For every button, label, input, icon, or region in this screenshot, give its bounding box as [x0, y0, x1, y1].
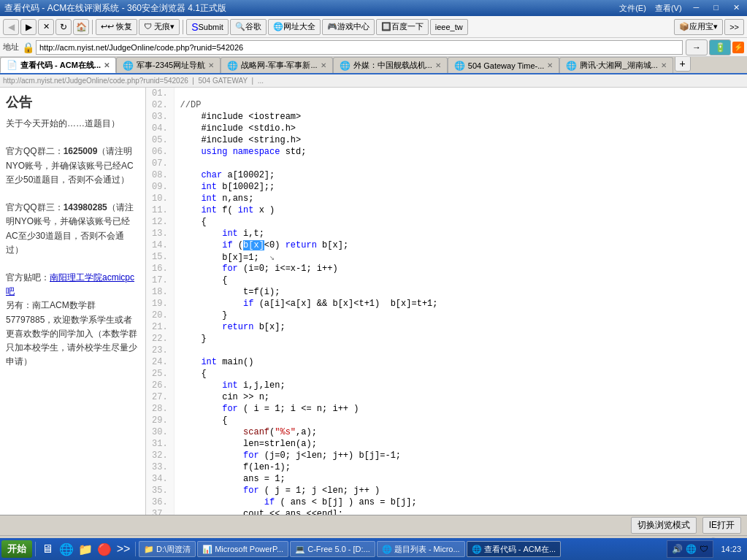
baidu-icon: 🔲	[381, 22, 391, 31]
net-icon: 🌐	[273, 22, 283, 31]
table-row: 29. {	[146, 415, 747, 426]
taskbar-icon-0[interactable]: 🖥	[39, 540, 56, 548]
home-button[interactable]: 🏠	[73, 19, 89, 35]
line-number: 35.	[146, 485, 174, 496]
toolbar-separator-2	[183, 20, 183, 34]
address-bar: 地址 🔒 → 🔋 ⚡	[0, 38, 747, 57]
line-number: 37.	[146, 508, 174, 515]
tray-icon-0: 🔊	[672, 544, 683, 548]
table-row: 21. return b[x];	[146, 321, 747, 333]
taskbar-btn-0[interactable]: 📁 D:\周渡清	[139, 541, 196, 548]
line-code: {	[174, 368, 747, 380]
line-number: 10.	[146, 193, 174, 204]
google-button[interactable]: 🔍 谷歌	[230, 19, 267, 35]
line-code: int i,t;	[174, 228, 747, 239]
forward-button[interactable]: ▶	[20, 19, 37, 35]
game-button[interactable]: 🎮 游戏中心	[322, 19, 375, 35]
baidu-button[interactable]: 🔲 百度一下	[376, 19, 429, 35]
line-number: 28.	[146, 403, 174, 415]
tab-2[interactable]: 🌐 战略网-军事-军事新... ✕	[221, 57, 333, 73]
speed-indicator: ⚡	[732, 42, 744, 53]
back-button[interactable]: ◀	[3, 19, 19, 35]
tab-5-label: 腾讯·大湘网_湖南城...	[580, 60, 657, 71]
line-number: 33.	[146, 461, 174, 473]
line-code: }	[174, 310, 747, 321]
line-code: char a[10002];	[174, 169, 747, 181]
tab-5-close[interactable]: ✕	[661, 61, 667, 69]
address-input[interactable]	[36, 40, 683, 55]
menu-file[interactable]: 文件(E)	[619, 3, 646, 14]
site-url-display: http://acm.nyist.net/JudgeOnline/code.ph…	[3, 77, 264, 85]
tab-3-close[interactable]: ✕	[435, 61, 441, 69]
apps-button[interactable]: 📦 应用宝▾	[674, 19, 723, 35]
tab-5[interactable]: 🌐 腾讯·大湘网_湖南城... ✕	[559, 57, 673, 73]
tab-4-icon: 🌐	[454, 61, 465, 71]
360-button[interactable]: 🔋	[709, 39, 731, 55]
tab-3[interactable]: 🌐 外媒：中国舰载战机... ✕	[333, 57, 448, 73]
table-row: 26. int i,j,len;	[146, 380, 747, 391]
game-label: 游戏中心	[337, 21, 369, 32]
taskbar-btn-4[interactable]: 🌐 查看代码 - ACM在...	[467, 541, 561, 548]
net-button[interactable]: 🌐 网址大全	[268, 19, 321, 35]
taskbar-icon-4[interactable]: >>	[115, 540, 132, 548]
taskbar-icon-2[interactable]: 📁	[77, 540, 94, 548]
taskbar-btn-2[interactable]: 💻 C-Free 5.0 - [D:...	[290, 541, 375, 548]
more-button[interactable]: >>	[724, 19, 744, 35]
line-code	[174, 345, 747, 356]
tab-0-icon: 📄	[7, 60, 18, 70]
line-number: 23.	[146, 345, 174, 356]
taskbar-icon-1[interactable]: 🌐	[58, 540, 75, 548]
line-number: 36.	[146, 496, 174, 508]
ie-open-button[interactable]: IE打开	[702, 517, 741, 534]
line-number: 13.	[146, 228, 174, 239]
menu-view[interactable]: 查看(V)	[655, 3, 682, 14]
restore-icon: ↩	[101, 22, 107, 31]
table-row: 37. cout << ans <<endl;	[146, 508, 747, 515]
sidebar-content: 关于今天开始的……道题目） 官方QQ群二：1625009（请注明NYO账号，并确…	[6, 117, 139, 369]
ieee-button[interactable]: ieee_tw	[430, 19, 468, 35]
stop-button[interactable]: ✕	[38, 19, 54, 35]
tab-0[interactable]: 📄 查看代码 - ACM在线... ✕	[0, 57, 116, 73]
toggle-mode-button[interactable]: 切换浏览模式	[631, 517, 697, 534]
start-button[interactable]: 开始	[1, 540, 32, 548]
line-code: len=strlen(a);	[174, 438, 747, 450]
taskbar-btn-1[interactable]: 📊 Microsoft PowerP...	[197, 541, 288, 548]
line-code: int f( int x )	[174, 204, 747, 216]
tab-4[interactable]: 🌐 504 Gateway Time-... ✕	[448, 57, 560, 73]
table-row: 16. for (i=0; i<=x-1; i++)	[146, 263, 747, 275]
sidebar: 公告 关于今天开始的……道题目） 官方QQ群二：1625009（请注明NYO账号…	[0, 88, 146, 515]
line-code: {	[174, 275, 747, 286]
go-button[interactable]: →	[686, 39, 708, 55]
ie-open-label: IE打开	[709, 520, 735, 530]
taskbar-btn-3[interactable]: 🌐 题目列表 - Micro...	[377, 541, 465, 548]
close-btn[interactable]: ✕	[730, 3, 743, 14]
table-row: 10. int n,ans;	[146, 193, 747, 204]
minimize-btn[interactable]: ─	[691, 3, 702, 14]
taskbar-icon-3[interactable]: 🔴	[96, 540, 113, 548]
line-number: 21.	[146, 321, 174, 333]
tab-2-close[interactable]: ✕	[321, 61, 326, 69]
tab-0-close[interactable]: ✕	[104, 61, 110, 69]
submit-button[interactable]: S Submit	[186, 19, 229, 35]
tab-1-close[interactable]: ✕	[208, 61, 214, 69]
table-row: 35. for ( j = 1; j <len; j++ )	[146, 485, 747, 496]
tab-1-label: 军事-2345网址导航	[137, 60, 205, 71]
tab-1[interactable]: 🌐 军事-2345网址导航 ✕	[116, 57, 221, 73]
line-number: 25.	[146, 368, 174, 380]
bottom-bar: 切换浏览模式 IE打开	[0, 515, 747, 535]
title-bar-controls[interactable]: 文件(E) 查看(V) ─ □ ✕	[619, 3, 743, 14]
taskbar-btn-3-icon: 🌐	[382, 545, 392, 549]
new-tab-button[interactable]: +	[675, 57, 691, 72]
restore-button[interactable]: ↩ ↩ 恢复	[96, 19, 137, 35]
code-area[interactable]: 01. 02. //DP 03. #include <iostream> 04.…	[146, 88, 747, 515]
line-number: 01.	[146, 88, 174, 99]
line-code: for ( i = 1; i <= n; i++ )	[174, 403, 747, 415]
maximize-btn[interactable]: □	[710, 3, 721, 14]
table-row: 36. if ( ans < b[j] ) ans = b[j];	[146, 496, 747, 508]
line-number: 16.	[146, 263, 174, 275]
tab-4-close[interactable]: ✕	[547, 61, 553, 69]
no-ads-button[interactable]: 🛡 无痕▾	[139, 19, 180, 35]
refresh-button[interactable]: ↻	[55, 19, 72, 35]
tieba-link[interactable]: 南阳理工学院acmicpc吧	[6, 272, 134, 296]
restore-label: ↩ 恢复	[107, 21, 132, 32]
